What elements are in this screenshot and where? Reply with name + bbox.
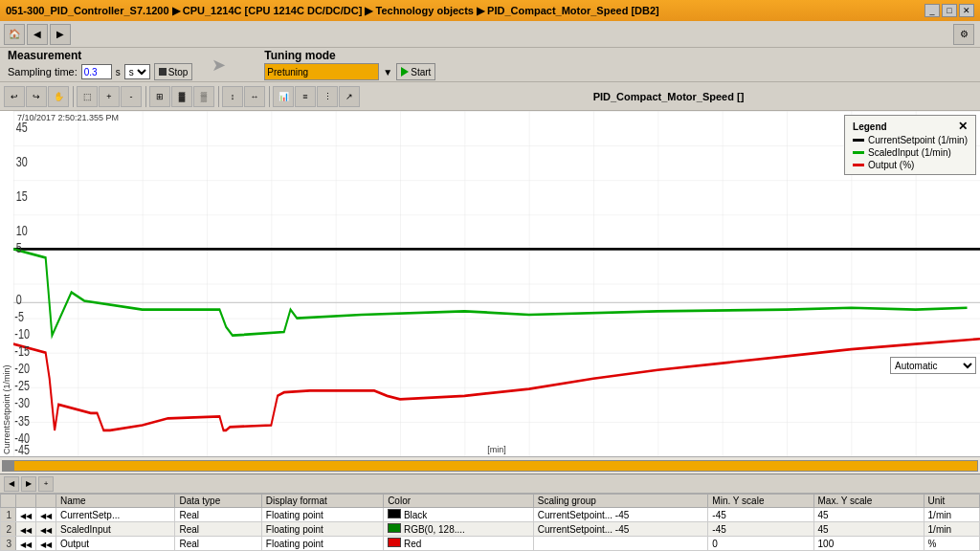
row-miny-3: 0 — [708, 537, 813, 551]
scroll-track[interactable] — [2, 460, 978, 472]
scroll-area[interactable] — [0, 456, 980, 474]
row-icon2-1[interactable]: ◀◀ — [36, 508, 56, 522]
x-axis-label: [min] — [487, 445, 506, 454]
align-right-icon[interactable]: ⋮ — [317, 86, 338, 107]
forward-icon[interactable]: ▶ — [50, 24, 71, 45]
row-icon2-3[interactable]: ◀◀ — [36, 537, 56, 551]
auto-scale-dropdown[interactable]: Automatic — [890, 357, 976, 374]
row-datatype-2: Real — [175, 522, 261, 537]
row-unit-1: 1/min — [924, 508, 979, 522]
row-icon1-2[interactable]: ◀◀ — [16, 522, 36, 537]
maximize-button[interactable]: □ — [942, 4, 957, 17]
legend-color-scaledinput — [853, 151, 864, 154]
arrow-divider: ➤ — [212, 55, 226, 76]
minimize-button[interactable]: _ — [924, 4, 940, 17]
col-datatype: Data type — [175, 495, 261, 508]
row-icon1-1[interactable]: ◀◀ — [16, 508, 36, 522]
data-table: Name Data type Display format Color Scal… — [0, 494, 980, 551]
cursor2-icon[interactable]: ↔ — [244, 86, 265, 107]
svg-text:-20: -20 — [14, 361, 30, 377]
zoom-in-icon[interactable]: + — [99, 86, 120, 107]
row-displayformat-3: Floating point — [261, 537, 383, 551]
main-area: 🏠 ◀ ▶ ⚙ Measurement Sampling time: s s S… — [0, 21, 980, 551]
tuning-mode-dropdown[interactable]: Pretuning — [264, 63, 379, 80]
measurement-bar: Measurement Sampling time: s s Stop ➤ Tu… — [0, 48, 980, 82]
tuning-section: Tuning mode Pretuning ▼ Start — [264, 49, 435, 80]
sampling-input[interactable] — [81, 64, 112, 79]
svg-text:-35: -35 — [14, 412, 30, 429]
measure1-icon[interactable]: ▓ — [171, 86, 192, 107]
col-icons — [16, 495, 36, 508]
row-unit-3: % — [924, 537, 979, 551]
legend-item-output: Output (%) — [853, 160, 968, 170]
row-scaling-2: CurrentSetpoint... -45 — [533, 522, 708, 537]
row-num-2: 2 — [1, 522, 16, 537]
col-miny: Min. Y scale — [708, 495, 813, 508]
play-icon — [401, 67, 409, 77]
table-toolbar: ◀ ▶ + — [0, 474, 980, 494]
table-row: 3 ◀◀ ◀◀ Output Real Floating point Red 0… — [1, 537, 980, 551]
table-icon2[interactable]: ▶ — [21, 476, 36, 492]
scroll-thumb[interactable] — [3, 461, 14, 471]
measure2-icon[interactable]: ▒ — [193, 86, 214, 107]
zoom-out-icon[interactable]: - — [121, 86, 142, 107]
redo-icon[interactable]: ↪ — [26, 86, 47, 107]
table-body: 1 ◀◀ ◀◀ CurrentSetp... Real Floating poi… — [1, 508, 980, 551]
stop-button[interactable]: Stop — [154, 63, 193, 80]
separator3 — [218, 86, 219, 107]
legend-color-setpoint — [853, 139, 864, 142]
row-unit-2: 1/min — [924, 522, 979, 537]
chart-plot[interactable]: 7/10/2017 2:50:21.355 PM Legend ✕ Curren… — [13, 111, 980, 456]
start-button[interactable]: Start — [396, 63, 435, 80]
legend-label-output: Output (%) — [868, 160, 914, 170]
legend-label-scaledinput: ScaledInput (1/min) — [868, 147, 951, 158]
back-icon[interactable]: ◀ — [27, 24, 48, 45]
cursor-icon[interactable]: ↕ — [222, 86, 243, 107]
table-icon1[interactable]: ◀ — [4, 476, 19, 492]
row-miny-2: -45 — [708, 522, 813, 537]
separator4 — [269, 86, 270, 107]
titlebar-controls: _ □ ✕ — [924, 4, 974, 17]
row-maxy-3: 100 — [813, 537, 924, 551]
hand-icon[interactable]: ✋ — [48, 86, 69, 107]
color-swatch-3 — [388, 538, 401, 547]
col-scaling: Scaling group — [533, 495, 708, 508]
svg-text:-15: -15 — [14, 343, 30, 360]
svg-rect-1 — [13, 111, 980, 456]
svg-text:10: 10 — [16, 222, 28, 238]
legend-title: Legend ✕ — [853, 120, 968, 133]
col-color: Color — [384, 495, 534, 508]
titlebar: 051-300_PID_Controller_S7.1200 ▶ CPU_121… — [0, 0, 980, 21]
svg-text:-10: -10 — [14, 326, 30, 342]
row-num-3: 3 — [1, 537, 16, 551]
fit-icon[interactable]: ⊞ — [149, 86, 170, 107]
stop-icon — [159, 68, 167, 76]
measurement-label: Measurement — [8, 49, 192, 62]
separator2 — [145, 86, 146, 107]
undo-icon[interactable]: ↩ — [4, 86, 25, 107]
row-icon1-3[interactable]: ◀◀ — [16, 537, 36, 551]
row-maxy-1: 45 — [813, 508, 924, 522]
col-displayformat: Display format — [261, 495, 383, 508]
measurement-inputs: Sampling time: s s Stop — [8, 63, 192, 80]
row-icon2-2[interactable]: ◀◀ — [36, 522, 56, 537]
settings-icon[interactable]: ⚙ — [953, 24, 974, 45]
svg-text:-30: -30 — [14, 395, 30, 411]
color-swatch-1 — [388, 509, 401, 518]
home-icon[interactable]: 🏠 — [4, 24, 25, 45]
align-left-icon[interactable]: ≡ — [295, 86, 316, 107]
export-icon[interactable]: ↗ — [339, 86, 360, 107]
close-button[interactable]: ✕ — [959, 4, 974, 17]
separator1 — [73, 86, 74, 107]
row-color-2: RGB(0, 128.... — [384, 522, 534, 537]
legend-item-setpoint: CurrentSetpoint (1/min) — [853, 135, 968, 145]
bar-chart-icon[interactable]: 📊 — [273, 86, 294, 107]
table-icon3[interactable]: + — [38, 476, 54, 492]
zoom-rect-icon[interactable]: ⬚ — [77, 86, 98, 107]
chart-svg: 45 30 15 10 5 0 -5 -10 -15 -20 -25 -30 -… — [13, 111, 980, 456]
legend-close-button[interactable]: ✕ — [958, 120, 968, 133]
chart-toolbar: ↩ ↪ ✋ ⬚ + - ⊞ ▓ ▒ ↕ ↔ 📊 ≡ ⋮ ↗ PID_Compac… — [0, 82, 980, 111]
row-miny-1: -45 — [708, 508, 813, 522]
row-scaling-3 — [533, 537, 708, 551]
sampling-unit-dropdown[interactable]: s — [124, 64, 150, 79]
